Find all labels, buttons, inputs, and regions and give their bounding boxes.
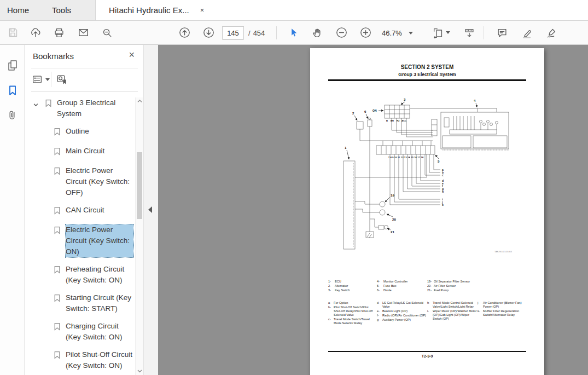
- diagram-wiring: [344, 105, 509, 249]
- bookmark-options-button[interactable]: [31, 72, 50, 86]
- page-display-button[interactable]: [430, 25, 452, 41]
- share-button[interactable]: [27, 25, 44, 41]
- svg-text:h: h: [442, 190, 444, 193]
- bookmark-item[interactable]: Starting Circuit (Key Switch: START): [25, 292, 135, 314]
- scrolling-mode-button[interactable]: [461, 25, 478, 41]
- legend-numbered-col1: 1-ECU 2-Alternator 3-Key Switch: [328, 280, 375, 293]
- toolbar-separator: [276, 26, 277, 39]
- zoom-level-dropdown[interactable]: 46.7%: [382, 21, 413, 45]
- search-button[interactable]: [99, 25, 115, 41]
- tab-bar: Home Tools Hitachi Hydraulic Ex... ×: [0, 0, 588, 21]
- header-rule: [328, 79, 526, 81]
- page-count: / 454: [248, 21, 265, 45]
- tab-tools[interactable]: Tools: [41, 0, 82, 20]
- attachments-button[interactable]: [5, 108, 19, 122]
- tab-bar-empty: [211, 0, 588, 20]
- options-list-icon: [31, 73, 43, 85]
- bookmark-label: Charging Circuit (Key Switch: ON): [66, 321, 133, 343]
- save-icon: [7, 27, 19, 38]
- legend-lettered-col4: j-Air Conditioner (Blower Fan) Power (OP…: [478, 301, 528, 318]
- bookmark-icon: [54, 146, 66, 159]
- pdf-page: SECTION 2 SYSTEM Group 3 Electrical Syst…: [310, 48, 544, 375]
- svg-text:c: c: [442, 174, 444, 177]
- legend-numbered-col2: 4-Monitor Controller 5-Fuse Box 6-Diode: [377, 280, 427, 293]
- bookmark-item-selected[interactable]: Electric Power Circuit (Key Switch: ON): [25, 224, 135, 257]
- divider: [51, 72, 51, 87]
- footer-rule: [328, 351, 526, 352]
- divider: [31, 91, 138, 92]
- panel-collapse-handle[interactable]: [143, 45, 158, 375]
- terminal-b: B: [386, 119, 388, 122]
- page-count-divider: /: [248, 29, 251, 37]
- page-fit-icon: [432, 27, 444, 39]
- bookmark-item[interactable]: Group 3 Electrical System: [25, 97, 135, 119]
- page-number-input[interactable]: [222, 26, 244, 39]
- callout-key-switch: 3: [404, 97, 406, 101]
- page-count-total: 454: [253, 29, 265, 37]
- bookmark-tree: Group 3 Electrical System Outline Main C…: [25, 97, 135, 375]
- fill-sign-button[interactable]: [543, 25, 560, 41]
- bookmark-icon: [54, 224, 66, 238]
- chevron-down-icon: [409, 32, 413, 34]
- save-button[interactable]: [4, 25, 21, 41]
- highlight-button[interactable]: [519, 25, 535, 41]
- bookmark-label: Electric Power Circuit (Key Switch: ON): [66, 224, 133, 257]
- zoom-in-button[interactable]: [357, 25, 374, 41]
- fuse-numbers: 7 8 9 10 11 12 13 14 15 16 17 18: [388, 156, 424, 159]
- circuit-diagram: 1 2 6 3 4 5 19 20 21 ON B BR R2 ACC 7 8 …: [310, 89, 544, 259]
- group-title: Group 3 Electrical System: [310, 72, 544, 77]
- page-up-icon: [178, 26, 191, 39]
- find-bookmark-icon: [55, 73, 68, 86]
- scroll-down-arrow[interactable]: [136, 367, 143, 375]
- comment-button[interactable]: [494, 25, 510, 41]
- email-button[interactable]: [75, 25, 91, 41]
- sign-pen-icon: [545, 27, 557, 39]
- bookmark-item[interactable]: CAN Circuit: [25, 205, 135, 218]
- bookmark-icon: [54, 165, 66, 178]
- terminal-br: BR: [391, 119, 394, 122]
- print-button[interactable]: [51, 25, 67, 41]
- bookmark-label: Starting Circuit (Key Switch: START): [66, 292, 133, 314]
- tab-home[interactable]: Home: [0, 0, 41, 20]
- bookmark-item[interactable]: Preheating Circuit (Key Switch: ON): [25, 264, 135, 286]
- chevron-down-icon[interactable]: [33, 97, 45, 111]
- chevron-down-icon: [446, 31, 450, 34]
- tab-close-icon[interactable]: ×: [200, 7, 205, 14]
- main-toolbar: / 454 46.7%: [0, 21, 588, 45]
- bookmark-item[interactable]: Outline: [25, 126, 135, 139]
- callout-alternator: 2: [352, 111, 354, 115]
- cursor-arrow-icon: [287, 27, 299, 39]
- find-current-bookmark-button[interactable]: [55, 72, 68, 86]
- bookmark-label: Main Circuit: [66, 146, 133, 157]
- bookmarks-panel-button[interactable]: [5, 83, 19, 97]
- section-title: SECTION 2 SYSTEM: [310, 64, 544, 70]
- bookmark-icon: [54, 349, 66, 362]
- bookmark-label: CAN Circuit: [66, 205, 133, 216]
- document-tab-title: Hitachi Hydraulic Ex...: [109, 5, 189, 15]
- selection-tool-button[interactable]: [285, 25, 301, 41]
- drawing-number: TAEJ90-02-03-003: [494, 251, 512, 253]
- page-footer: T2-3-9: [310, 354, 544, 358]
- chevron-down-icon: [45, 78, 50, 81]
- page-thumbnails-button[interactable]: [5, 58, 19, 72]
- document-tab[interactable]: Hitachi Hydraulic Ex... ×: [95, 0, 211, 20]
- wire-letter-labels: a b c d e f g h i j k: [441, 168, 444, 206]
- zoom-out-button[interactable]: [333, 25, 350, 41]
- hand-tool-button[interactable]: [309, 25, 325, 41]
- bookmark-item[interactable]: Electric Power Circuit (Key Switch: OFF): [25, 165, 135, 198]
- scroll-up-arrow[interactable]: [136, 97, 143, 105]
- panel-scrollbar[interactable]: [135, 97, 143, 375]
- bookmark-item[interactable]: Charging Circuit (Key Switch: ON): [25, 321, 135, 343]
- next-page-button[interactable]: [200, 25, 217, 41]
- panel-close-button[interactable]: ×: [129, 49, 135, 61]
- divider: [31, 68, 138, 68]
- previous-page-button[interactable]: [176, 25, 193, 41]
- highlighter-icon: [521, 27, 533, 39]
- terminal-r2: R2: [397, 119, 400, 122]
- bookmark-icon: [54, 292, 66, 305]
- scrollbar-thumb[interactable]: [137, 152, 142, 219]
- bookmark-item[interactable]: Main Circuit: [25, 146, 135, 159]
- bookmark-label: Preheating Circuit (Key Switch: ON): [66, 264, 133, 286]
- bookmark-item[interactable]: Pilot Shut-Off Circuit (Key Switch: ON): [25, 349, 135, 371]
- legend-lettered-col1: a-For Option b-Pilot Shut-Off Switch/Pil…: [328, 301, 376, 326]
